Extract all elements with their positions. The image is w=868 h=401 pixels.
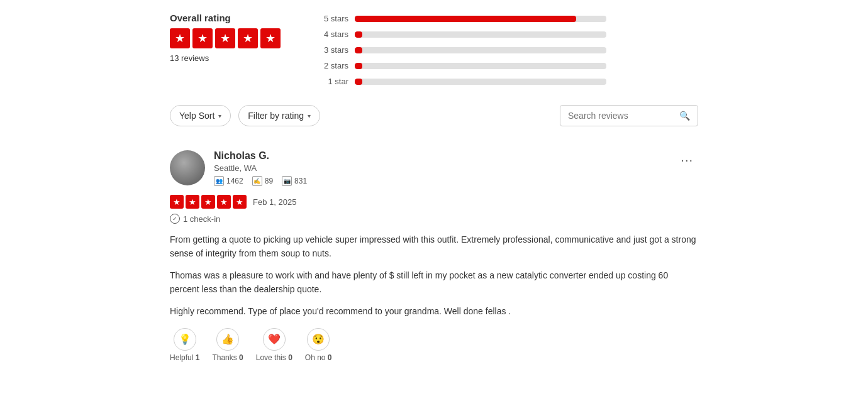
reaction-label: Love this 0 bbox=[256, 353, 292, 362]
reviewer-stats: 👥1462✍89📷831 bbox=[214, 176, 307, 186]
bar-track bbox=[355, 47, 606, 53]
bar-track bbox=[355, 31, 606, 38]
reviewer-info: Nicholas G. Seattle, WA 👥1462✍89📷831 bbox=[170, 150, 307, 186]
search-box: 🔍 bbox=[560, 105, 698, 126]
review-paragraphs: From getting a quote to picking up vehic… bbox=[170, 233, 698, 318]
overall-star: ★ bbox=[238, 28, 258, 48]
avatar bbox=[170, 150, 205, 185]
stat-item: ✍89 bbox=[252, 176, 273, 186]
reaction-label: Thanks 0 bbox=[212, 353, 243, 362]
reaction-count: 1 bbox=[196, 353, 200, 362]
bar-fill bbox=[355, 16, 576, 22]
bar-label: 1 star bbox=[318, 77, 348, 86]
search-input[interactable] bbox=[568, 111, 674, 121]
bar-row: 2 stars bbox=[318, 61, 698, 70]
stat-icon: ✍ bbox=[252, 176, 262, 186]
reaction-button[interactable]: 😯Oh no 0 bbox=[305, 328, 332, 362]
reaction-button[interactable]: ❤️Love this 0 bbox=[256, 328, 292, 362]
bar-row: 5 stars bbox=[318, 14, 698, 23]
reaction-label: Helpful 1 bbox=[170, 353, 199, 362]
reaction-label: Oh no 0 bbox=[305, 353, 332, 362]
checkin-icon: ✓ bbox=[170, 214, 180, 224]
overall-star: ★ bbox=[170, 28, 190, 48]
yelp-sort-chevron: ▾ bbox=[218, 113, 221, 119]
page-container: Overall rating ★★★★★ 13 reviews 5 stars4… bbox=[151, 0, 717, 381]
more-options-button[interactable]: ··· bbox=[676, 150, 698, 170]
filter-by-rating-label: Filter by rating bbox=[248, 111, 304, 121]
overall-star: ★ bbox=[215, 28, 235, 48]
stat-icon: 👥 bbox=[214, 176, 224, 186]
bar-label: 5 stars bbox=[318, 14, 348, 23]
avatar-image bbox=[170, 150, 205, 185]
bar-row: 4 stars bbox=[318, 30, 698, 39]
stat-icon: 📷 bbox=[282, 176, 292, 186]
reviewer-name: Nicholas G. bbox=[214, 150, 307, 162]
review-paragraph: From getting a quote to picking up vehic… bbox=[170, 233, 698, 261]
overall-rating-section: Overall rating ★★★★★ 13 reviews bbox=[170, 13, 281, 63]
review-date: Feb 1, 2025 bbox=[253, 197, 296, 207]
bar-track bbox=[355, 63, 606, 69]
filter-by-rating-chevron: ▾ bbox=[308, 113, 311, 119]
bar-fill bbox=[355, 31, 362, 38]
review-star: ★ bbox=[186, 195, 199, 209]
reviewer-details: Nicholas G. Seattle, WA 👥1462✍89📷831 bbox=[214, 150, 307, 186]
review-paragraph: Thomas was a pleasure to work with and h… bbox=[170, 268, 698, 297]
review-card: Nicholas G. Seattle, WA 👥1462✍89📷831 ···… bbox=[170, 144, 698, 368]
bar-fill bbox=[355, 63, 362, 69]
reviewer-header: Nicholas G. Seattle, WA 👥1462✍89📷831 ··· bbox=[170, 150, 698, 186]
stat-item: 📷831 bbox=[282, 176, 307, 186]
rating-bars: 5 stars4 stars3 stars2 stars1 star bbox=[318, 13, 698, 86]
review-star: ★ bbox=[170, 195, 184, 209]
reaction-icon: ❤️ bbox=[263, 328, 286, 351]
stat-value: 831 bbox=[294, 177, 307, 185]
stat-value: 89 bbox=[265, 177, 273, 185]
overall-star: ★ bbox=[192, 28, 213, 48]
review-stars-date: ★★★★★ Feb 1, 2025 bbox=[170, 195, 698, 209]
overall-star: ★ bbox=[260, 28, 281, 48]
stat-value: 1462 bbox=[226, 177, 243, 185]
review-star: ★ bbox=[217, 195, 231, 209]
bar-label: 3 stars bbox=[318, 45, 348, 55]
filter-by-rating-button[interactable]: Filter by rating ▾ bbox=[238, 105, 320, 126]
bar-row: 1 star bbox=[318, 77, 698, 86]
review-stars: ★★★★★ bbox=[170, 195, 247, 209]
rating-summary: Overall rating ★★★★★ 13 reviews 5 stars4… bbox=[170, 13, 698, 86]
reaction-count: 0 bbox=[328, 353, 332, 362]
reactions-row: 💡Helpful 1👍Thanks 0❤️Love this 0😯Oh no 0 bbox=[170, 328, 698, 362]
reviewer-location: Seattle, WA bbox=[214, 163, 307, 173]
bar-track bbox=[355, 16, 606, 22]
bar-label: 4 stars bbox=[318, 30, 348, 39]
review-star: ★ bbox=[201, 195, 215, 209]
bar-fill bbox=[355, 79, 362, 85]
reaction-icon: 👍 bbox=[216, 328, 239, 351]
checkin-text: 1 check-in bbox=[183, 214, 220, 224]
yelp-sort-label: Yelp Sort bbox=[179, 111, 214, 121]
reaction-count: 0 bbox=[288, 353, 292, 362]
filters-row: Yelp Sort ▾ Filter by rating ▾ 🔍 bbox=[170, 105, 698, 126]
search-icon: 🔍 bbox=[679, 111, 690, 121]
bar-row: 3 stars bbox=[318, 45, 698, 55]
reaction-button[interactable]: 👍Thanks 0 bbox=[212, 328, 243, 362]
overall-rating-label: Overall rating bbox=[170, 13, 281, 23]
checkin: ✓ 1 check-in bbox=[170, 214, 698, 224]
bar-track bbox=[355, 79, 606, 85]
overall-stars: ★★★★★ bbox=[170, 28, 281, 48]
bar-label: 2 stars bbox=[318, 61, 348, 70]
bar-fill bbox=[355, 47, 362, 53]
reaction-count: 0 bbox=[239, 353, 243, 362]
yelp-sort-button[interactable]: Yelp Sort ▾ bbox=[170, 105, 231, 126]
review-paragraph: Highly recommend. Type of place you'd re… bbox=[170, 304, 698, 318]
stat-item: 👥1462 bbox=[214, 176, 243, 186]
review-count: 13 reviews bbox=[170, 53, 281, 63]
review-star: ★ bbox=[233, 195, 247, 209]
reaction-icon: 💡 bbox=[174, 328, 196, 351]
reaction-icon: 😯 bbox=[307, 328, 330, 351]
reaction-button[interactable]: 💡Helpful 1 bbox=[170, 328, 199, 362]
